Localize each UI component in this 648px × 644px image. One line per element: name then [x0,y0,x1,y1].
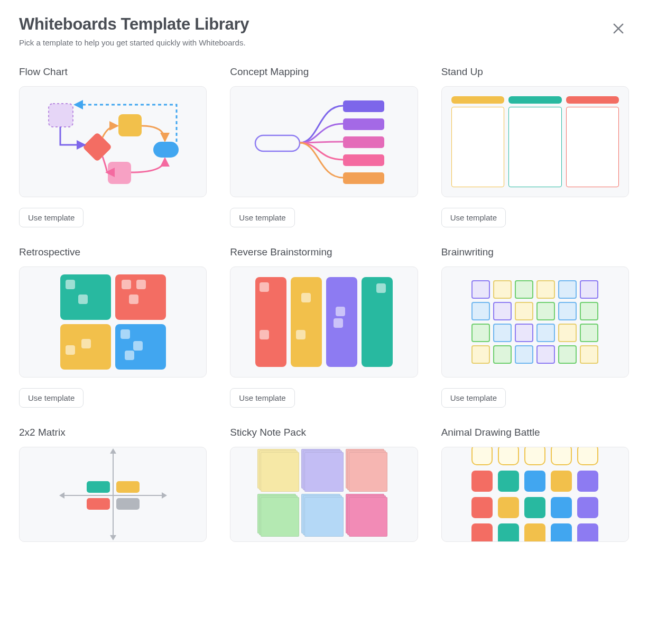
template-card-reverse-brainstorming: Reverse Brainstorming Use template [230,246,418,408]
template-card-sticky-note-pack: Sticky Note Pack [230,427,418,542]
template-thumbnail[interactable] [230,447,418,542]
template-thumbnail[interactable] [19,447,207,542]
svg-rect-7 [255,135,300,151]
sticky-pack-icon [261,452,387,537]
template-thumbnail[interactable] [230,266,418,378]
template-card-brainwriting: Brainwriting Use template [441,246,629,408]
close-icon[interactable] [611,21,626,36]
flowchart-icon [34,94,192,189]
use-template-button[interactable]: Use template [441,388,506,408]
template-title: Flow Chart [19,66,207,78]
retrospective-icon [60,274,166,370]
template-title: Stand Up [441,66,629,78]
use-template-button[interactable]: Use template [230,208,294,227]
use-template-button[interactable]: Use template [19,208,84,227]
template-thumbnail[interactable] [230,86,418,197]
svg-rect-5 [82,132,112,162]
dialog-subtitle: Pick a template to help you get started … [19,38,629,47]
concept-map-icon [245,94,403,189]
template-card-2x2-matrix: 2x2 Matrix [19,427,207,542]
use-template-button[interactable]: Use template [230,388,294,408]
template-thumbnail[interactable] [19,86,207,197]
template-card-stand-up: Stand Up Use template [441,66,629,227]
template-title: Animal Drawing Battle [441,427,629,438]
svg-rect-2 [49,104,73,127]
template-thumbnail[interactable] [441,447,629,542]
svg-rect-11 [343,154,384,166]
templates-grid: Flow Chart [19,66,629,542]
template-card-retrospective: Retrospective Use template [19,246,207,408]
svg-rect-4 [108,162,131,184]
use-template-button[interactable]: Use template [19,388,84,408]
template-title: Reverse Brainstorming [230,246,418,258]
svg-rect-9 [343,118,384,130]
use-template-button[interactable]: Use template [441,208,506,227]
brainwriting-icon [471,280,598,364]
reverse-brainstorming-icon [255,277,393,367]
svg-rect-6 [153,142,179,158]
template-card-concept-mapping: Concept Mapping Use template [230,66,418,227]
standup-icon [451,96,619,187]
template-card-animal-drawing-battle: Animal Drawing Battle [441,427,629,542]
svg-rect-8 [343,100,384,112]
svg-rect-12 [343,172,384,184]
matrix-icon [60,449,166,539]
template-title: Brainwriting [441,246,629,258]
template-title: Sticky Note Pack [230,427,418,438]
svg-rect-3 [118,114,142,136]
template-thumbnail[interactable] [19,266,207,378]
svg-rect-10 [343,136,384,148]
template-title: 2x2 Matrix [19,427,207,438]
template-card-flow-chart: Flow Chart [19,66,207,227]
template-library-dialog: Whiteboards Template Library Pick a temp… [0,0,648,542]
template-title: Concept Mapping [230,66,418,78]
template-title: Retrospective [19,246,207,258]
dialog-title: Whiteboards Template Library [19,15,629,34]
animal-battle-icon [471,447,598,542]
template-thumbnail[interactable] [441,266,629,378]
template-thumbnail[interactable] [441,86,629,197]
